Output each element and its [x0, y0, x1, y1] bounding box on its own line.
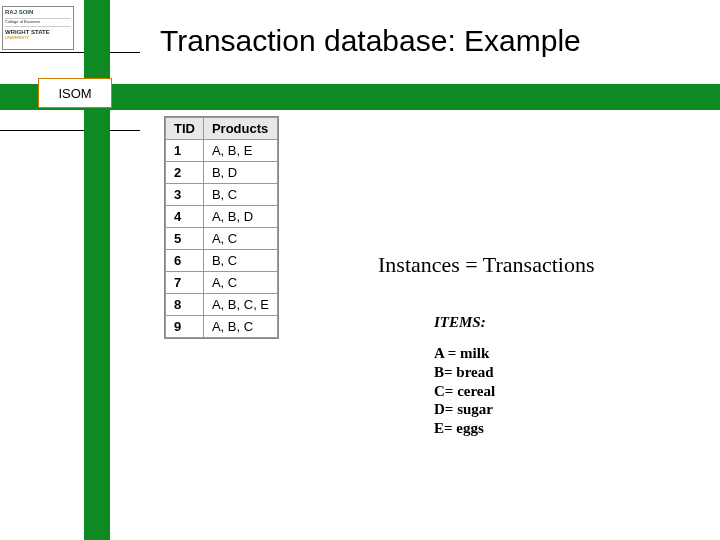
logo-line1: RAJ SOIN: [5, 9, 71, 16]
cell-tid: 7: [166, 272, 204, 294]
cell-products: A, C: [203, 272, 277, 294]
table-row: 7A, C: [166, 272, 278, 294]
cell-products: A, B, C, E: [203, 294, 277, 316]
cell-products: B, C: [203, 250, 277, 272]
transactions-table: TID Products 1A, B, E 2B, D 3B, C 4A, B,…: [164, 116, 279, 339]
table-row: 5A, C: [166, 228, 278, 250]
isom-badge: ISOM: [38, 78, 112, 108]
cell-tid: 1: [166, 140, 204, 162]
cell-tid: 2: [166, 162, 204, 184]
table-row: 6B, C: [166, 250, 278, 272]
cell-tid: 9: [166, 316, 204, 338]
table-row: 9A, B, C: [166, 316, 278, 338]
table-row: 8A, B, C, E: [166, 294, 278, 316]
item-entry: D= sugar: [434, 400, 495, 419]
item-entry: A = milk: [434, 344, 495, 363]
table-row: 1A, B, E: [166, 140, 278, 162]
logo-line4: UNIVERSITY: [5, 36, 71, 41]
cell-products: A, C: [203, 228, 277, 250]
decorative-line: [0, 52, 140, 53]
decorative-line: [0, 130, 140, 131]
cell-products: A, B, E: [203, 140, 277, 162]
table-row: 2B, D: [166, 162, 278, 184]
instances-label: Instances = Transactions: [378, 252, 595, 278]
isom-label: ISOM: [58, 86, 91, 101]
item-entry: E= eggs: [434, 419, 495, 438]
item-entry: C= cereal: [434, 382, 495, 401]
col-products: Products: [203, 118, 277, 140]
col-tid: TID: [166, 118, 204, 140]
cell-products: A, B, D: [203, 206, 277, 228]
logo-line2: College of Business: [5, 18, 71, 27]
cell-tid: 6: [166, 250, 204, 272]
cell-tid: 3: [166, 184, 204, 206]
cell-products: A, B, C: [203, 316, 277, 338]
table-row: 4A, B, D: [166, 206, 278, 228]
cell-products: B, C: [203, 184, 277, 206]
slide-title: Transaction database: Example: [160, 24, 581, 58]
cell-tid: 4: [166, 206, 204, 228]
table-header-row: TID Products: [166, 118, 278, 140]
cell-tid: 8: [166, 294, 204, 316]
items-heading: ITEMS:: [434, 314, 486, 331]
cell-products: B, D: [203, 162, 277, 184]
cell-tid: 5: [166, 228, 204, 250]
college-logo: RAJ SOIN College of Business WRIGHT STAT…: [2, 6, 74, 50]
item-entry: B= bread: [434, 363, 495, 382]
items-list: A = milk B= bread C= cereal D= sugar E= …: [434, 344, 495, 438]
table-row: 3B, C: [166, 184, 278, 206]
